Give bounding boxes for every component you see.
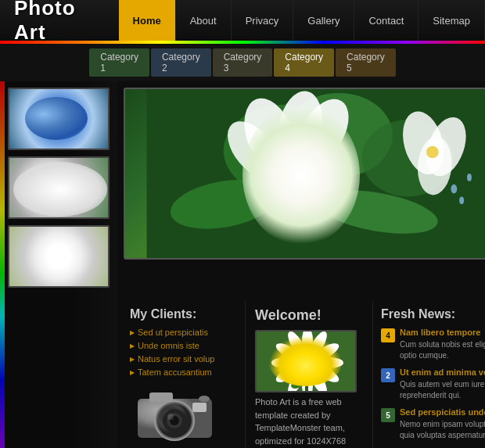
svg-point-19 (459, 196, 464, 204)
svg-point-7 (258, 131, 304, 202)
thumbnail-3[interactable] (8, 225, 110, 288)
news-badge-3: 5 (381, 408, 395, 422)
svg-point-14 (426, 146, 439, 159)
right-section: My Clients: Sed ut perspiciatis Unde omn… (117, 81, 485, 448)
category-3[interactable]: Category 3 (213, 48, 273, 77)
nav-contact[interactable]: Contact (354, 0, 419, 41)
news-title-2[interactable]: Ut enim ad minima veniam (400, 367, 485, 377)
news-item-3: 5 Sed perspiciatis unde Nemo enim ipsam … (381, 407, 485, 441)
hero-image (124, 88, 485, 260)
welcome-column: Welcome! (245, 301, 373, 448)
svg-rect-21 (149, 392, 173, 402)
svg-point-43 (296, 352, 318, 374)
thumbnail-2[interactable] (8, 156, 110, 219)
news-content-1: Nam libero tempore Cum soluta nobis est … (400, 328, 485, 361)
news-item-1: 4 Nam libero tempore Cum soluta nobis es… (381, 328, 485, 361)
svg-rect-28 (192, 403, 207, 412)
news-text-2: Quis autem vel eum iure reprehenderit qu… (400, 379, 485, 401)
svg-point-18 (467, 174, 472, 181)
thumbnail-1[interactable] (8, 88, 110, 150)
hero-image-area (117, 81, 485, 301)
client-link-2[interactable]: Unde omnis iste (130, 341, 237, 350)
nav-about[interactable]: About (176, 0, 232, 41)
camera-illustration (130, 383, 237, 438)
svg-point-29 (199, 396, 210, 402)
category-bar: Category 1 Category 2 Category 3 Categor… (0, 44, 485, 81)
svg-rect-46 (305, 375, 308, 392)
svg-point-40 (271, 357, 300, 368)
mid-area: My Clients: Sed ut perspiciatis Unde omn… (0, 81, 485, 448)
news-badge-2: 2 (381, 368, 395, 382)
news-content-3: Sed perspiciatis unde Nemo enim ipsam vo… (400, 407, 485, 441)
news-text-1: Cum soluta nobis est eligendi optio cumq… (400, 339, 485, 361)
client-link-1[interactable]: Sed ut perspiciatis (130, 328, 237, 337)
daisy-image (255, 330, 357, 392)
svg-point-44 (298, 353, 317, 372)
news-text-3: Nemo enim ipsam voluptatem quia voluptas… (400, 419, 485, 441)
svg-point-33 (311, 340, 341, 364)
category-4[interactable]: Category 4 (274, 48, 334, 77)
category-2[interactable]: Category 2 (151, 48, 211, 77)
svg-point-32 (307, 332, 330, 359)
svg-point-17 (451, 185, 457, 194)
svg-rect-30 (257, 332, 357, 392)
client-link-4[interactable]: Tatem accusantium (130, 367, 237, 377)
nav-home[interactable]: Home (119, 0, 176, 41)
svg-point-45 (299, 354, 311, 367)
news-column: Fresh News: 4 Nam libero tempore Cum sol… (373, 301, 485, 448)
news-content-2: Ut enim ad minima veniam Quis autem vel … (400, 367, 485, 401)
bottom-area: My Clients: Sed ut perspiciatis Unde omn… (117, 301, 485, 448)
left-rainbow-strip (0, 81, 5, 448)
svg-point-42 (285, 332, 308, 359)
svg-point-31 (302, 332, 313, 355)
news-badge-1: 4 (381, 328, 395, 342)
client-link-3[interactable]: Natus error sit volup (130, 354, 237, 364)
nav-sitemap[interactable]: Sitemap (419, 0, 485, 41)
svg-point-34 (315, 357, 343, 368)
site-logo: Photo Art (0, 0, 119, 45)
welcome-heading: Welcome! (255, 307, 363, 324)
svg-point-41 (274, 340, 304, 364)
svg-point-27 (167, 414, 174, 420)
nav-gallery[interactable]: Gallery (293, 0, 354, 41)
clients-heading: My Clients: (130, 307, 237, 321)
news-title-1[interactable]: Nam libero tempore (400, 328, 485, 337)
nav-privacy[interactable]: Privacy (232, 0, 294, 41)
category-1[interactable]: Category 1 (89, 48, 149, 77)
news-title-3[interactable]: Sed perspiciatis unde (400, 407, 485, 417)
clients-column: My Clients: Sed ut perspiciatis Unde omn… (117, 301, 245, 448)
main-nav: Home About Privacy Gallery Contact Sitem… (119, 0, 485, 41)
svg-point-9 (307, 132, 322, 146)
news-item-2: 2 Ut enim ad minima veniam Quis autem ve… (381, 367, 485, 401)
svg-point-39 (274, 362, 304, 385)
left-sidebar (0, 81, 117, 448)
header: Photo Art Home About Privacy Gallery Con… (0, 0, 485, 41)
category-5[interactable]: Category 5 (336, 48, 396, 77)
welcome-body: Photo Art is a free web template created… (255, 397, 359, 448)
news-heading: Fresh News: (381, 307, 485, 321)
svg-point-8 (276, 139, 292, 155)
